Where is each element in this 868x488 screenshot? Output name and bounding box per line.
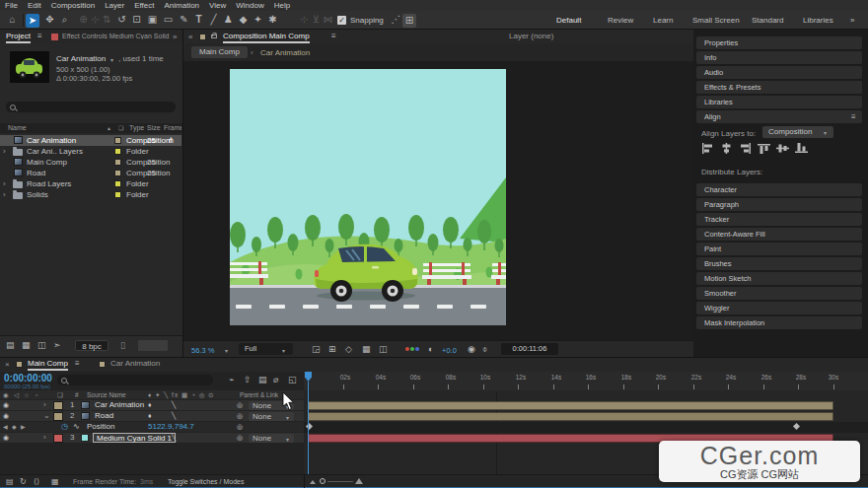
menu-edit[interactable]: Edit [23, 1, 46, 10]
section-align[interactable]: Align [696, 110, 862, 123]
stopwatch-icon[interactable]: ◷ [61, 422, 68, 432]
label-color-swatch[interactable] [114, 180, 121, 187]
draft-3d-icon[interactable]: ⇧ [244, 376, 252, 384]
channel-green-dot[interactable] [410, 347, 414, 351]
label-color-swatch[interactable] [114, 191, 121, 198]
project-row-car-ani-layers[interactable]: › Car Ani.. Layers Folder [0, 146, 181, 157]
section-libraries[interactable]: Libraries [696, 96, 862, 108]
section-audio[interactable]: Audio [696, 66, 862, 79]
pan-behind-tool-icon[interactable]: ▣ [144, 15, 161, 25]
comp-viewer[interactable] [183, 61, 694, 340]
layer-color-swatch[interactable] [53, 412, 63, 421]
eye-icon[interactable]: ◉ [3, 390, 9, 399]
snapping-checkbox[interactable]: ✓ [337, 16, 346, 25]
expand-arrow-icon[interactable]: › [3, 189, 6, 200]
panel-menu-icon[interactable]: ≡ [75, 360, 80, 368]
motion-blur-icon[interactable]: ⌀ [273, 376, 278, 384]
puppet-pin-tool-icon[interactable]: ✱ [264, 15, 281, 25]
timeline-zoom-track[interactable] [327, 481, 353, 482]
align-top-icon[interactable] [758, 143, 770, 154]
zoom-tool-icon[interactable]: ⌕ [56, 15, 73, 25]
section-brushes[interactable]: Brushes [696, 257, 862, 270]
label-tag-icon[interactable]: ❏ [57, 390, 63, 399]
track-bar-road[interactable] [308, 412, 833, 421]
project-search-input[interactable] [6, 102, 176, 112]
exposure-icon[interactable]: ◐ [428, 345, 433, 354]
project-row-solids[interactable]: › Solids Folder [0, 189, 181, 200]
project-columns-header[interactable]: Name ▲ ❏ Type Size Frame Ra.. [0, 123, 182, 133]
expressions-icon[interactable]: ⟨⟩ [34, 478, 39, 486]
exposure-value[interactable]: +0.0 [442, 346, 457, 355]
property-value[interactable]: 5122.9,794.7 [148, 422, 194, 432]
section-properties[interactable]: Properties [696, 36, 862, 49]
breadcrumb-parent[interactable]: Car Animation [260, 48, 310, 57]
section-content-aware-fill[interactable]: Content-Aware Fill [696, 228, 862, 241]
preview-item-name[interactable]: Car Animation [56, 54, 106, 63]
keyframe-next-icon[interactable]: ▶ [21, 422, 26, 432]
column-size[interactable]: Size [147, 123, 161, 133]
layer-name[interactable]: Car Animation [95, 400, 144, 410]
align-panel-menu-icon[interactable]: ≡ [851, 113, 856, 121]
layer-color-swatch[interactable] [53, 401, 63, 410]
column-number[interactable]: # [75, 390, 79, 399]
timeline-search-input[interactable] [57, 375, 213, 385]
section-effects-presets[interactable]: Effects & Presets [696, 81, 862, 94]
column-name[interactable]: Name [8, 123, 27, 133]
adjust-icon[interactable]: ➣ [53, 341, 61, 350]
quality-icon[interactable]: ♦ [148, 411, 152, 421]
section-paragraph[interactable]: Paragraph [696, 198, 862, 211]
keyframe-prev-icon[interactable]: ◀ [3, 422, 8, 432]
section-motion-sketch[interactable]: Motion Sketch [696, 272, 862, 285]
project-folder-icon[interactable]: ▦ [51, 478, 59, 486]
menu-file[interactable]: File [0, 1, 23, 10]
track-bar-car-animation[interactable] [308, 401, 833, 410]
composition-canvas[interactable] [230, 69, 506, 325]
channel-red-dot[interactable] [405, 347, 409, 351]
audio-icon[interactable]: ◁ [14, 390, 19, 399]
safe-margins-icon[interactable]: ◲ [312, 345, 321, 354]
menu-view[interactable]: View [204, 1, 231, 10]
keyframe-marker[interactable] [793, 423, 800, 430]
frame-blending-icon[interactable]: ▤ [258, 376, 267, 384]
tab-timeline-main-comp[interactable]: Main Comp [28, 359, 68, 371]
interpret-footage-icon[interactable]: ▤ [6, 341, 15, 350]
menu-animation[interactable]: Animation [159, 1, 204, 10]
workspace-tab-learn[interactable]: Learn [649, 16, 677, 25]
label-color-swatch[interactable] [114, 137, 121, 144]
workspace-tab-review[interactable]: Review [604, 16, 637, 25]
eye-icon[interactable]: ◉ [3, 411, 9, 421]
mask-visibility-icon[interactable]: ⊞ [328, 345, 336, 354]
column-source-name[interactable]: Source Name [87, 390, 126, 399]
tab-composition-main-comp[interactable]: Composition Main Comp [223, 32, 310, 43]
layer-row-1[interactable]: ◉ › 1 Car Animation ♦ ╲ ◎ None ▾ [0, 400, 304, 410]
section-character[interactable]: Character [696, 183, 862, 196]
label-color-swatch[interactable] [114, 170, 121, 176]
section-mask-interpolation[interactable]: Mask Interpolation [696, 316, 862, 329]
quality-icon[interactable]: ♦ [148, 400, 152, 410]
eye-icon[interactable]: ◉ [3, 400, 9, 410]
comp-timecode[interactable]: 0:00:11:06 [501, 343, 558, 355]
quality-slash-icon[interactable]: ╲ [172, 400, 176, 410]
shape-tool-icon[interactable]: ▭ [160, 15, 177, 25]
collapse-arrow-icon[interactable]: ⌄ [43, 411, 50, 421]
expand-arrow-icon[interactable]: › [43, 433, 46, 443]
layer-color-swatch[interactable] [53, 434, 63, 443]
section-paint[interactable]: Paint [696, 243, 862, 255]
sort-asc-icon[interactable]: ▲ [107, 123, 111, 133]
preview-caret-down-icon[interactable]: ▾ [110, 56, 113, 63]
transparency-grid-icon[interactable]: ▦ [362, 345, 371, 354]
grid-guides-icon[interactable]: ⊞ [402, 14, 416, 28]
menu-effect[interactable]: Effect [129, 1, 159, 10]
comp-mini-flowchart-icon[interactable]: ⌁ [229, 376, 234, 384]
section-smoother[interactable]: Smoother [696, 287, 862, 300]
tab-timeline-car-animation[interactable]: Car Animation [110, 359, 160, 368]
align-right-icon[interactable] [739, 143, 752, 154]
workspace-tab-libraries[interactable]: Libraries [799, 16, 837, 25]
section-wiggler[interactable]: Wiggler [696, 302, 862, 314]
workspace-tab-small-screen[interactable]: Small Screen [688, 16, 744, 25]
label-tag-icon[interactable]: ❏ [118, 123, 123, 133]
label-color-swatch[interactable] [114, 159, 121, 166]
panel-menu-icon[interactable]: ≡ [331, 33, 336, 40]
project-tab-overflow-icon[interactable]: » [173, 33, 177, 41]
align-bottom-icon[interactable] [795, 143, 808, 154]
